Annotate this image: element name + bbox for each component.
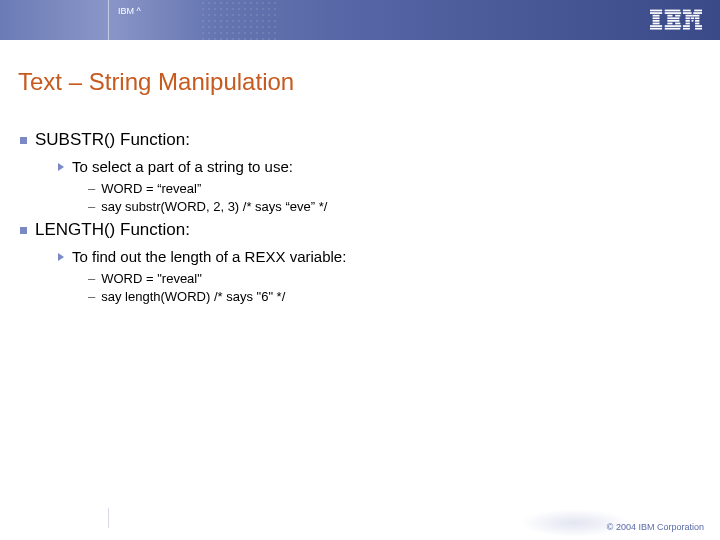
svg-rect-24 [686, 17, 690, 19]
svg-rect-6 [650, 25, 662, 27]
svg-rect-17 [665, 28, 681, 30]
dash-bullet-icon: – [88, 199, 95, 214]
svg-rect-21 [693, 12, 702, 14]
svg-rect-14 [667, 23, 672, 25]
svg-rect-25 [691, 17, 694, 19]
sub-point: To select a part of a string to use: [58, 158, 702, 175]
svg-rect-2 [653, 15, 660, 17]
header-decoration [200, 0, 280, 40]
sub-point-text: To find out the length of a REXX variabl… [72, 248, 346, 265]
svg-rect-15 [675, 23, 680, 25]
svg-rect-3 [653, 17, 660, 19]
code-line: – say length(WORD) /* says "6" */ [88, 289, 702, 304]
section-heading: SUBSTR() Function: [20, 130, 702, 150]
svg-rect-7 [650, 28, 662, 30]
square-bullet-icon [20, 137, 27, 144]
header-label: IBM ^ [118, 6, 141, 16]
svg-rect-8 [665, 10, 681, 12]
svg-rect-27 [686, 20, 690, 22]
svg-rect-26 [695, 17, 699, 19]
svg-rect-30 [686, 23, 690, 25]
svg-rect-28 [692, 20, 694, 22]
svg-rect-12 [667, 17, 679, 19]
svg-rect-11 [675, 15, 680, 17]
section-heading: LENGTH() Function: [20, 220, 702, 240]
svg-rect-31 [695, 23, 699, 25]
svg-rect-19 [694, 10, 702, 12]
dash-bullet-icon: – [88, 181, 95, 196]
section-length: LENGTH() Function: To find out the lengt… [18, 220, 702, 304]
svg-rect-13 [667, 20, 679, 22]
dash-bullet-icon: – [88, 289, 95, 304]
section-heading-text: SUBSTR() Function: [35, 130, 190, 150]
svg-rect-18 [683, 10, 691, 12]
section-substr: SUBSTR() Function: To select a part of a… [18, 130, 702, 214]
footer-divider [108, 508, 109, 528]
sub-point-text: To select a part of a string to use: [72, 158, 293, 175]
sub-point: To find out the length of a REXX variabl… [58, 248, 702, 265]
svg-rect-35 [695, 28, 702, 30]
dash-bullet-icon: – [88, 271, 95, 286]
code-line: – say substr(WORD, 2, 3) /* says “eve” *… [88, 199, 702, 214]
code-text: WORD = “reveal” [101, 181, 201, 196]
slide-content: Text – String Manipulation SUBSTR() Func… [0, 40, 720, 304]
svg-rect-1 [650, 12, 662, 14]
triangle-bullet-icon [58, 253, 64, 261]
svg-rect-10 [667, 15, 672, 17]
svg-rect-5 [653, 23, 660, 25]
svg-rect-4 [653, 20, 660, 22]
svg-rect-16 [665, 25, 681, 27]
square-bullet-icon [20, 227, 27, 234]
slide-footer: © 2004 IBM Corporation [0, 506, 720, 540]
svg-rect-32 [683, 25, 690, 27]
header-divider [108, 0, 109, 40]
code-line: – WORD = “reveal” [88, 181, 702, 196]
code-text: say length(WORD) /* says "6" */ [101, 289, 285, 304]
svg-rect-9 [665, 12, 681, 14]
code-text: say substr(WORD, 2, 3) /* says “eve” */ [101, 199, 327, 214]
svg-rect-0 [650, 10, 662, 12]
svg-rect-23 [692, 15, 699, 17]
code-line: – WORD = "reveal" [88, 271, 702, 286]
slide-header: IBM ^ [0, 0, 720, 40]
svg-rect-34 [683, 28, 690, 30]
code-text: WORD = "reveal" [101, 271, 202, 286]
ibm-logo-icon [650, 9, 702, 31]
svg-rect-33 [695, 25, 702, 27]
svg-rect-22 [686, 15, 693, 17]
section-heading-text: LENGTH() Function: [35, 220, 190, 240]
triangle-bullet-icon [58, 163, 64, 171]
copyright-text: © 2004 IBM Corporation [607, 522, 704, 532]
svg-rect-20 [683, 12, 692, 14]
svg-rect-29 [695, 20, 699, 22]
page-title: Text – String Manipulation [18, 68, 702, 96]
